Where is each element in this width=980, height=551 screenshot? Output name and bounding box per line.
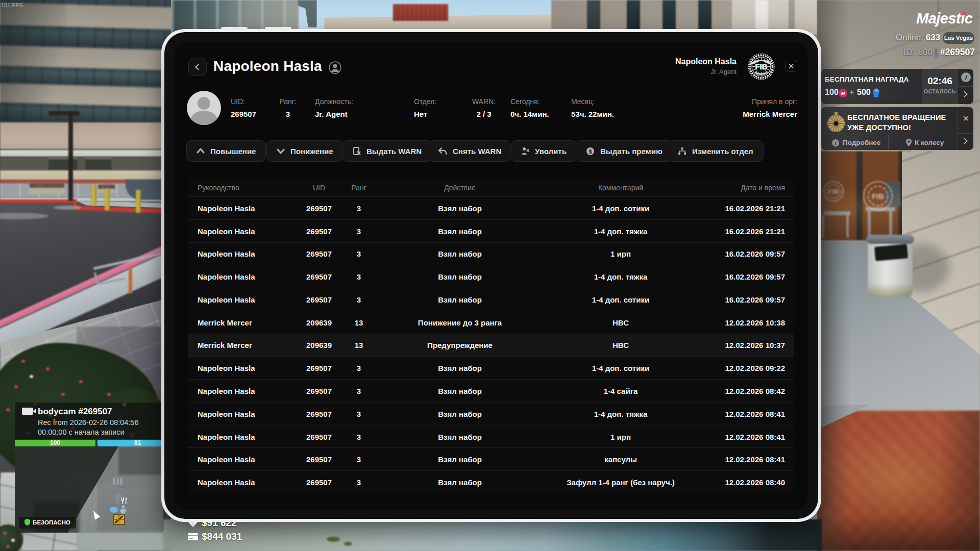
svg-text:i: i	[835, 140, 837, 146]
svg-text:M: M	[841, 91, 845, 96]
svg-text:FIB: FIB	[872, 192, 884, 201]
svg-text:FIB: FIB	[755, 62, 767, 71]
svg-text:$: $	[589, 148, 592, 154]
